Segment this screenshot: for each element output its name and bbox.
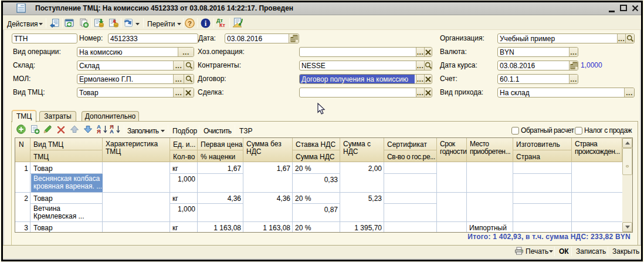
svg-text:i: i xyxy=(205,19,207,28)
svg-text:?: ? xyxy=(188,20,192,27)
